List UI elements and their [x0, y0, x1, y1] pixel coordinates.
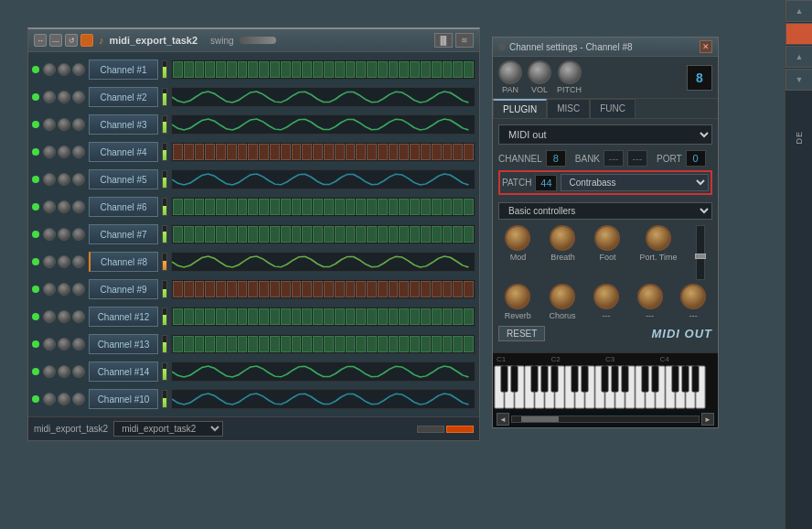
channel-knob-3[interactable] — [72, 283, 85, 296]
right-btn-2[interactable] — [785, 23, 812, 45]
channel-knob-2[interactable] — [58, 255, 70, 268]
channel-label-btn[interactable]: Channel #14 — [89, 362, 158, 382]
right-btn-1[interactable]: ▲ — [785, 0, 812, 22]
channel-label-btn[interactable]: Channel #3 — [89, 114, 158, 135]
minimize-btn[interactable]: — — [49, 34, 62, 47]
channel-pattern[interactable] — [171, 87, 475, 107]
channel-knob-3[interactable] — [72, 310, 85, 323]
chorus-knob[interactable] — [550, 284, 575, 309]
reset-button[interactable]: RESET — [498, 326, 545, 341]
foot-knob[interactable] — [594, 225, 620, 251]
channel-pattern[interactable] — [171, 59, 475, 80]
right-btn-3[interactable]: ▲ — [785, 46, 812, 68]
channel-knob-1[interactable] — [43, 200, 56, 213]
port-value[interactable]: 0 — [686, 150, 706, 167]
channel-knob-3[interactable] — [72, 146, 85, 158]
channel-pattern[interactable] — [171, 224, 475, 244]
channel-label-btn[interactable]: Channel #13 — [89, 334, 158, 354]
porttime-knob[interactable] — [646, 225, 671, 251]
channel-knob-3[interactable] — [72, 255, 85, 268]
channel-knob-1[interactable] — [43, 255, 56, 268]
channel-knob-2[interactable] — [58, 365, 70, 378]
keyboard-scroll-right[interactable]: ► — [701, 413, 714, 426]
keyboard-scrollbar[interactable] — [511, 416, 700, 423]
channel-knob-1[interactable] — [43, 118, 56, 131]
wave-view-btn[interactable]: ≋ — [455, 33, 474, 48]
channel-knob-3[interactable] — [72, 63, 85, 76]
right-btn-4[interactable]: ▼ — [785, 69, 812, 91]
channel-knob-2[interactable] — [58, 63, 70, 76]
channel-knob-1[interactable] — [43, 338, 56, 351]
channel-knob-3[interactable] — [72, 228, 85, 241]
channel-label-btn[interactable]: Channel #1 — [89, 59, 158, 80]
channel-label-btn[interactable]: Channel #12 — [89, 307, 158, 327]
channel-knob-3[interactable] — [72, 118, 85, 131]
channel-knob-3[interactable] — [72, 91, 85, 103]
record-btn[interactable] — [80, 34, 93, 47]
channel-knob-1[interactable] — [43, 310, 56, 323]
channel-knob-3[interactable] — [72, 393, 85, 405]
ctrl4-knob[interactable] — [637, 284, 663, 309]
channel-label-btn[interactable]: Channel #10 — [89, 389, 158, 409]
bank-dash1[interactable]: --- — [604, 150, 624, 167]
channel-pattern[interactable] — [171, 362, 475, 382]
channel-label-btn[interactable]: Channel #2 — [89, 87, 158, 107]
channel-label-btn[interactable]: Channel #8 — [89, 252, 158, 272]
tab-plugin[interactable]: PLUGIN — [493, 99, 547, 118]
channel-pattern[interactable] — [171, 252, 475, 272]
piano-keys[interactable] — [493, 365, 718, 411]
bank-dash2[interactable]: --- — [627, 150, 647, 167]
channel-pattern[interactable] — [171, 197, 475, 217]
channel-pattern[interactable] — [171, 142, 475, 162]
channel-knob-2[interactable] — [58, 283, 70, 296]
ctrl5-knob[interactable] — [680, 284, 706, 309]
channel-pattern[interactable] — [171, 279, 475, 299]
back-btn[interactable]: ↺ — [65, 34, 78, 47]
channel-knob-1[interactable] — [43, 146, 56, 158]
channel-knob-2[interactable] — [58, 173, 70, 186]
channel-pattern[interactable] — [171, 307, 475, 327]
cs-close-btn[interactable]: ✕ — [700, 40, 712, 53]
channel-pattern[interactable] — [171, 389, 475, 409]
patch-dropdown[interactable]: Contrabass — [561, 174, 709, 191]
tab-misc[interactable]: MISC — [547, 99, 590, 118]
channel-knob-3[interactable] — [72, 365, 85, 378]
plugin-dropdown[interactable]: MIDI out — [498, 124, 712, 145]
channel-knob-3[interactable] — [72, 173, 85, 186]
channel-knob-1[interactable] — [43, 173, 56, 186]
basic-controllers-dropdown[interactable]: Basic controllers — [498, 202, 712, 220]
ctrl3-knob[interactable] — [593, 284, 619, 309]
channel-knob-2[interactable] — [58, 91, 70, 103]
bar-view-btn[interactable]: ▐▌ — [434, 33, 453, 48]
bottom-dropdown[interactable]: midi_export_task2 — [113, 421, 223, 437]
pan-knob[interactable] — [498, 60, 522, 84]
channel-pattern[interactable] — [171, 114, 475, 135]
keyboard-scroll-left[interactable]: ◄ — [497, 413, 509, 426]
channel-knob-2[interactable] — [58, 393, 70, 405]
channel-knob-3[interactable] — [72, 338, 85, 351]
channel-knob-2[interactable] — [58, 146, 70, 158]
channel-pattern[interactable] — [171, 169, 475, 189]
swing-slider[interactable] — [240, 37, 276, 44]
channel-knob-1[interactable] — [43, 91, 56, 103]
channel-label-btn[interactable]: Channel #5 — [89, 169, 158, 189]
mod-knob[interactable] — [505, 225, 530, 251]
channel-label-btn[interactable]: Channel #7 — [89, 224, 158, 244]
channel-label-btn[interactable]: Channel #6 — [89, 197, 158, 217]
tab-func[interactable]: FUNC — [590, 99, 636, 118]
pitch-knob[interactable] — [558, 60, 582, 84]
channel-knob-1[interactable] — [43, 393, 56, 405]
patch-value[interactable]: 44 — [535, 175, 557, 191]
channel-value[interactable]: 8 — [546, 150, 566, 167]
fader[interactable] — [696, 225, 705, 280]
channel-knob-1[interactable] — [43, 228, 56, 241]
channel-knob-2[interactable] — [58, 310, 70, 323]
channel-pattern[interactable] — [171, 334, 475, 354]
channel-label-btn[interactable]: Channel #9 — [89, 279, 158, 299]
channel-knob-2[interactable] — [58, 118, 70, 131]
channel-knob-2[interactable] — [58, 200, 70, 213]
reverb-knob[interactable] — [505, 284, 530, 309]
channel-label-btn[interactable]: Channel #4 — [89, 142, 158, 162]
channel-knob-3[interactable] — [72, 200, 85, 213]
channel-knob-1[interactable] — [43, 365, 56, 378]
